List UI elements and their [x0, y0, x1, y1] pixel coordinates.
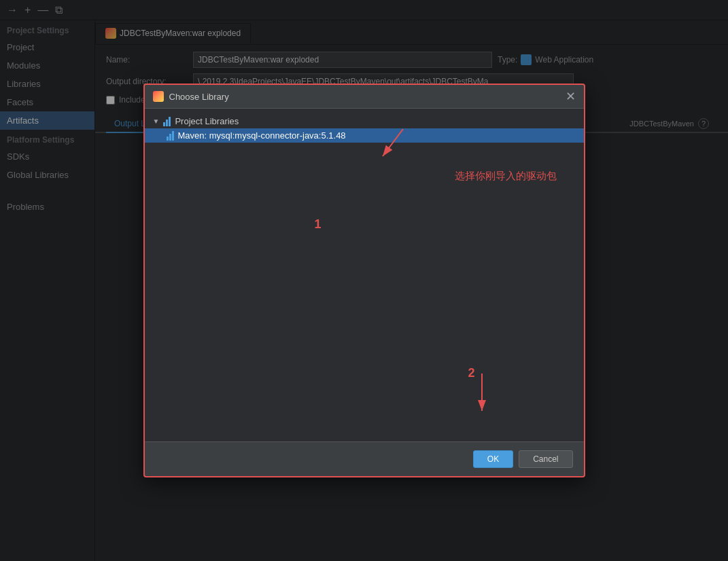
annotation-2: 2 [468, 366, 474, 380]
tree-root-item[interactable]: ▼ Project Libraries [145, 114, 584, 128]
modal-overlay: Choose Library ✕ ▼ Project Libraries [0, 0, 728, 561]
tree-collapse-arrow: ▼ [153, 117, 160, 125]
maven-library-icon [167, 131, 174, 141]
dialog-body: ▼ Project Libraries [145, 109, 584, 441]
tree-child-item[interactable]: Maven: mysql:mysql-connector-java:5.1.48 [145, 128, 584, 143]
ok-button[interactable]: OK [473, 450, 513, 468]
dialog-close-button[interactable]: ✕ [566, 90, 576, 103]
tree-child-label: Maven: mysql:mysql-connector-java:5.1.48 [178, 130, 346, 141]
cancel-button[interactable]: Cancel [519, 450, 572, 468]
choose-library-dialog: Choose Library ✕ ▼ Project Libraries [143, 84, 585, 477]
annotation-chinese: 选择你刚导入的驱动包 [455, 170, 557, 183]
dialog-title-left: Choose Library [153, 91, 229, 102]
dialog-footer: OK Cancel [145, 441, 584, 476]
dialog-titlebar: Choose Library ✕ [145, 85, 584, 109]
annotation-number-1: 1 [315, 217, 322, 231]
annotation-chinese-text: 选择你刚导入的驱动包 [455, 170, 557, 181]
annotation-number-2: 2 [468, 366, 474, 380]
project-libraries-icon [163, 117, 171, 126]
dialog-title-text: Choose Library [169, 92, 229, 102]
arrow-2-svg [455, 374, 509, 421]
annotation-1: 1 [315, 217, 322, 232]
dialog-icon [153, 91, 164, 102]
tree-root-label: Project Libraries [175, 116, 239, 126]
